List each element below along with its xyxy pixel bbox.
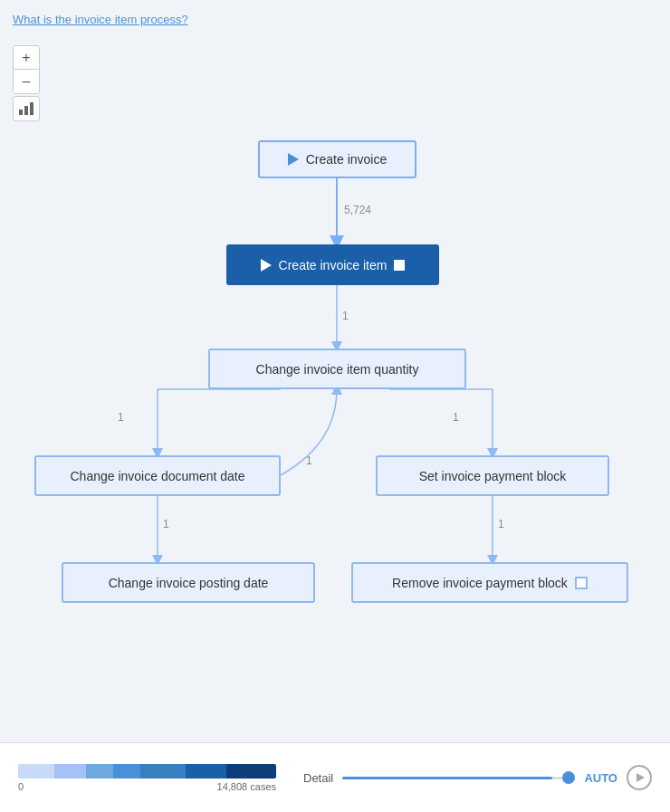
change-posting-date-label: Change invoice posting date (109, 576, 269, 590)
change-quantity-label: Change invoice item quantity (256, 362, 419, 377)
create-invoice-play-icon (288, 153, 299, 166)
create-invoice-node[interactable]: Create invoice (258, 140, 416, 178)
detail-slider-track[interactable] (342, 777, 575, 779)
bar-seg-2 (54, 764, 86, 779)
set-payment-block-node[interactable]: Set invoice payment block (376, 455, 609, 496)
create-invoice-item-stop-icon (394, 260, 405, 271)
bar-labels: 0 14,808 cases (18, 781, 276, 792)
edge-label-1b: 1 (118, 411, 124, 424)
edge-label-1a: 1 (342, 310, 349, 322)
bar-seg-7 (226, 764, 276, 779)
bottom-bar: 0 14,808 cases Detail AUTO (0, 742, 670, 812)
color-bar (18, 764, 276, 779)
set-payment-block-label: Set invoice payment block (419, 469, 567, 483)
color-bar-wrapper: 0 14,808 cases (18, 764, 276, 792)
bar-min-label: 0 (18, 781, 24, 792)
remove-payment-block-node[interactable]: Remove invoice payment block (351, 562, 628, 603)
play-triangle-icon (636, 773, 645, 782)
detail-slider-fill (342, 777, 551, 779)
create-invoice-label: Create invoice (306, 152, 388, 167)
bar-seg-1 (18, 764, 54, 779)
auto-label: AUTO (584, 771, 617, 785)
detail-label: Detail (303, 771, 333, 785)
play-button[interactable] (627, 765, 652, 790)
bar-seg-4 (113, 764, 140, 779)
change-doc-date-label: Change invoice document date (70, 469, 244, 483)
change-doc-date-node[interactable]: Change invoice document date (34, 455, 281, 496)
edge-label-1e: 1 (163, 518, 169, 530)
flow-area: 5,724 1 1 1 1 1 1 Create invoice Create … (0, 0, 670, 742)
page-container: What is the invoice item process? + – (0, 0, 670, 812)
remove-block-checkbox-icon (575, 577, 588, 589)
create-invoice-item-play-icon (261, 259, 272, 272)
change-quantity-node[interactable]: Change invoice item quantity (208, 349, 466, 389)
edge-label-1c: 1 (453, 411, 459, 424)
remove-payment-block-label: Remove invoice payment block (392, 576, 568, 590)
detail-section: Detail AUTO (303, 765, 652, 790)
bar-max-label: 14,808 cases (217, 781, 276, 792)
bar-seg-6 (186, 764, 226, 779)
edge-label-1f: 1 (498, 518, 504, 530)
create-invoice-item-label: Create invoice item (279, 258, 388, 272)
bar-seg-5 (140, 764, 186, 779)
edge-label-5724: 5,724 (344, 204, 371, 216)
create-invoice-item-node[interactable]: Create invoice item (226, 244, 439, 285)
detail-slider-thumb (562, 771, 575, 784)
edge-label-1d: 1 (306, 454, 312, 467)
change-posting-date-node[interactable]: Change invoice posting date (62, 562, 315, 603)
bar-seg-3 (86, 764, 113, 779)
